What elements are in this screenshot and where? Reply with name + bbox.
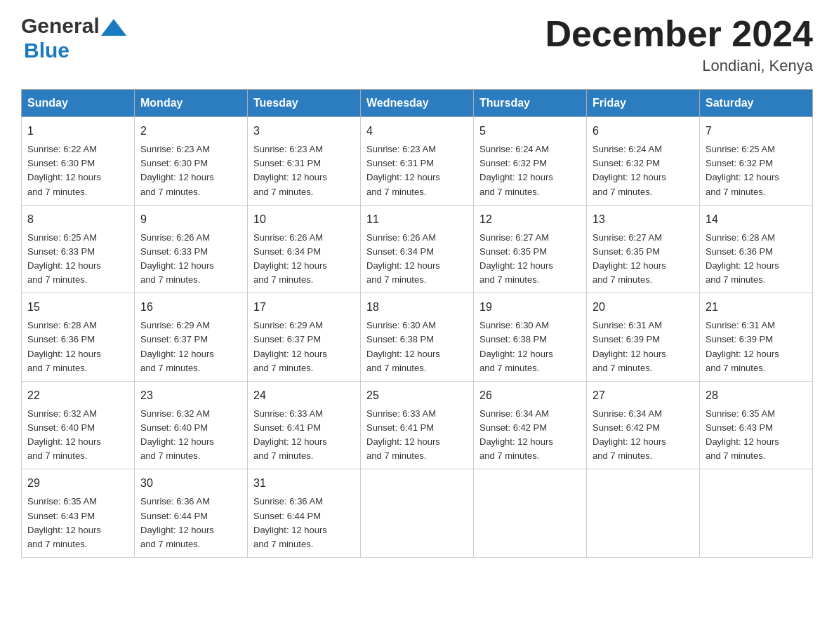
calendar-week-row: 29 Sunrise: 6:35 AMSunset: 6:43 PMDaylig…	[22, 469, 813, 558]
day-number: 14	[706, 211, 807, 228]
day-number: 6	[593, 123, 694, 140]
calendar-cell: 1 Sunrise: 6:22 AMSunset: 6:30 PMDayligh…	[22, 117, 135, 206]
calendar-cell: 19 Sunrise: 6:30 AMSunset: 6:38 PMDaylig…	[474, 293, 587, 382]
day-info: Sunrise: 6:23 AMSunset: 6:30 PMDaylight:…	[140, 144, 214, 196]
calendar-cell: 20 Sunrise: 6:31 AMSunset: 6:39 PMDaylig…	[587, 293, 700, 382]
day-info: Sunrise: 6:23 AMSunset: 6:31 PMDaylight:…	[366, 144, 440, 196]
calendar-header-row: SundayMondayTuesdayWednesdayThursdayFrid…	[22, 90, 813, 117]
day-info: Sunrise: 6:34 AMSunset: 6:42 PMDaylight:…	[479, 408, 553, 461]
day-info: Sunrise: 6:34 AMSunset: 6:42 PMDaylight:…	[593, 408, 666, 461]
col-header-thursday: Thursday	[474, 90, 587, 117]
day-info: Sunrise: 6:24 AMSunset: 6:32 PMDaylight:…	[593, 144, 666, 196]
calendar-cell: 25 Sunrise: 6:33 AMSunset: 6:41 PMDaylig…	[361, 381, 474, 469]
day-info: Sunrise: 6:26 AMSunset: 6:34 PMDaylight:…	[253, 232, 327, 285]
day-number: 11	[366, 211, 468, 228]
month-title: December 2024	[545, 14, 813, 54]
day-number: 23	[140, 387, 241, 404]
calendar-cell	[587, 469, 700, 558]
calendar-cell: 17 Sunrise: 6:29 AMSunset: 6:37 PMDaylig…	[248, 293, 361, 382]
calendar-week-row: 15 Sunrise: 6:28 AMSunset: 6:36 PMDaylig…	[22, 293, 813, 382]
col-header-friday: Friday	[587, 90, 700, 117]
col-header-sunday: Sunday	[22, 90, 135, 117]
calendar-cell: 10 Sunrise: 6:26 AMSunset: 6:34 PMDaylig…	[248, 205, 361, 293]
calendar-cell: 22 Sunrise: 6:32 AMSunset: 6:40 PMDaylig…	[22, 381, 135, 469]
page-header: General Blue December 2024 Londiani, Ken…	[21, 14, 813, 75]
col-header-wednesday: Wednesday	[361, 90, 474, 117]
day-info: Sunrise: 6:27 AMSunset: 6:35 PMDaylight:…	[479, 232, 553, 285]
logo-blue-text: Blue	[24, 39, 70, 62]
day-number: 4	[366, 123, 468, 140]
day-info: Sunrise: 6:35 AMSunset: 6:43 PMDaylight:…	[706, 408, 779, 461]
day-number: 3	[253, 123, 355, 140]
day-number: 16	[140, 299, 241, 316]
calendar-cell: 4 Sunrise: 6:23 AMSunset: 6:31 PMDayligh…	[361, 117, 474, 206]
day-info: Sunrise: 6:32 AMSunset: 6:40 PMDaylight:…	[140, 408, 214, 461]
day-info: Sunrise: 6:24 AMSunset: 6:32 PMDaylight:…	[479, 144, 553, 196]
location: Londiani, Kenya	[545, 57, 813, 75]
day-info: Sunrise: 6:32 AMSunset: 6:40 PMDaylight:…	[27, 408, 101, 461]
day-number: 29	[27, 475, 128, 492]
col-header-tuesday: Tuesday	[248, 90, 361, 117]
day-number: 8	[27, 211, 128, 228]
calendar-cell: 18 Sunrise: 6:30 AMSunset: 6:38 PMDaylig…	[361, 293, 474, 382]
day-info: Sunrise: 6:28 AMSunset: 6:36 PMDaylight:…	[706, 232, 779, 285]
calendar-cell: 6 Sunrise: 6:24 AMSunset: 6:32 PMDayligh…	[587, 117, 700, 206]
logo-icon	[101, 16, 126, 36]
day-info: Sunrise: 6:27 AMSunset: 6:35 PMDaylight:…	[593, 232, 666, 285]
calendar-cell: 3 Sunrise: 6:23 AMSunset: 6:31 PMDayligh…	[248, 117, 361, 206]
calendar-week-row: 8 Sunrise: 6:25 AMSunset: 6:33 PMDayligh…	[22, 205, 813, 293]
day-info: Sunrise: 6:26 AMSunset: 6:34 PMDaylight:…	[366, 232, 440, 285]
day-info: Sunrise: 6:36 AMSunset: 6:44 PMDaylight:…	[140, 496, 214, 549]
calendar-cell: 28 Sunrise: 6:35 AMSunset: 6:43 PMDaylig…	[700, 381, 813, 469]
day-number: 28	[706, 387, 807, 404]
title-section: December 2024 Londiani, Kenya	[545, 14, 813, 75]
day-number: 20	[593, 299, 694, 316]
day-info: Sunrise: 6:25 AMSunset: 6:32 PMDaylight:…	[706, 144, 779, 196]
day-number: 31	[253, 475, 355, 492]
day-number: 25	[366, 387, 468, 404]
day-number: 18	[366, 299, 468, 316]
calendar-cell: 12 Sunrise: 6:27 AMSunset: 6:35 PMDaylig…	[474, 205, 587, 293]
day-number: 2	[140, 123, 241, 140]
calendar-cell: 30 Sunrise: 6:36 AMSunset: 6:44 PMDaylig…	[135, 469, 248, 558]
calendar-cell: 24 Sunrise: 6:33 AMSunset: 6:41 PMDaylig…	[248, 381, 361, 469]
day-info: Sunrise: 6:22 AMSunset: 6:30 PMDaylight:…	[27, 144, 101, 196]
calendar-cell: 16 Sunrise: 6:29 AMSunset: 6:37 PMDaylig…	[135, 293, 248, 382]
day-info: Sunrise: 6:31 AMSunset: 6:39 PMDaylight:…	[706, 320, 779, 373]
day-info: Sunrise: 6:23 AMSunset: 6:31 PMDaylight:…	[253, 144, 327, 196]
calendar-cell: 31 Sunrise: 6:36 AMSunset: 6:44 PMDaylig…	[248, 469, 361, 558]
day-info: Sunrise: 6:28 AMSunset: 6:36 PMDaylight:…	[27, 320, 101, 373]
calendar-cell: 15 Sunrise: 6:28 AMSunset: 6:36 PMDaylig…	[22, 293, 135, 382]
calendar-cell	[700, 469, 813, 558]
day-number: 17	[253, 299, 355, 316]
calendar-cell: 2 Sunrise: 6:23 AMSunset: 6:30 PMDayligh…	[135, 117, 248, 206]
day-info: Sunrise: 6:26 AMSunset: 6:33 PMDaylight:…	[140, 232, 214, 285]
day-number: 26	[479, 387, 581, 404]
logo: General Blue	[21, 14, 128, 62]
day-info: Sunrise: 6:30 AMSunset: 6:38 PMDaylight:…	[366, 320, 440, 373]
calendar-cell: 23 Sunrise: 6:32 AMSunset: 6:40 PMDaylig…	[135, 381, 248, 469]
calendar-cell: 29 Sunrise: 6:35 AMSunset: 6:43 PMDaylig…	[22, 469, 135, 558]
calendar-cell: 27 Sunrise: 6:34 AMSunset: 6:42 PMDaylig…	[587, 381, 700, 469]
day-number: 30	[140, 475, 241, 492]
col-header-monday: Monday	[135, 90, 248, 117]
day-info: Sunrise: 6:25 AMSunset: 6:33 PMDaylight:…	[27, 232, 101, 285]
calendar-cell: 5 Sunrise: 6:24 AMSunset: 6:32 PMDayligh…	[474, 117, 587, 206]
day-number: 7	[706, 123, 807, 140]
day-info: Sunrise: 6:36 AMSunset: 6:44 PMDaylight:…	[253, 496, 327, 549]
day-info: Sunrise: 6:31 AMSunset: 6:39 PMDaylight:…	[593, 320, 666, 373]
day-number: 5	[479, 123, 581, 140]
day-number: 10	[253, 211, 355, 228]
calendar-table: SundayMondayTuesdayWednesdayThursdayFrid…	[21, 89, 813, 558]
day-number: 1	[27, 123, 128, 140]
calendar-cell: 9 Sunrise: 6:26 AMSunset: 6:33 PMDayligh…	[135, 205, 248, 293]
calendar-week-row: 1 Sunrise: 6:22 AMSunset: 6:30 PMDayligh…	[22, 117, 813, 206]
day-info: Sunrise: 6:29 AMSunset: 6:37 PMDaylight:…	[140, 320, 214, 373]
day-number: 13	[593, 211, 694, 228]
day-number: 22	[27, 387, 128, 404]
day-number: 15	[27, 299, 128, 316]
calendar-cell: 14 Sunrise: 6:28 AMSunset: 6:36 PMDaylig…	[700, 205, 813, 293]
day-number: 27	[593, 387, 694, 404]
calendar-cell: 7 Sunrise: 6:25 AMSunset: 6:32 PMDayligh…	[700, 117, 813, 206]
day-info: Sunrise: 6:33 AMSunset: 6:41 PMDaylight:…	[253, 408, 327, 461]
